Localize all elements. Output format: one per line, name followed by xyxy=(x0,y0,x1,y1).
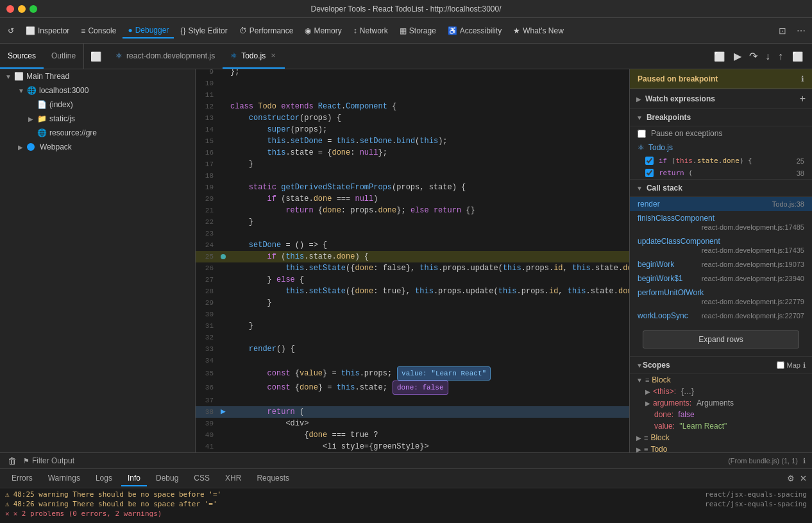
code-line-33: 33 render() { xyxy=(196,343,629,355)
scope-block-1[interactable]: ▶ ≡ Block xyxy=(630,432,812,443)
tree-resource[interactable]: ▶ 🌐 resource://gre xyxy=(0,126,195,140)
scope-done: done: false xyxy=(630,409,812,420)
step-out-btn[interactable]: ↑ xyxy=(775,49,786,64)
code-line-18: 18 xyxy=(196,170,629,182)
toolbar-btn-inspector[interactable]: ⬜ Inspector xyxy=(21,24,74,38)
scope-args-key: arguments: xyxy=(653,399,691,407)
pause-exceptions-checkbox[interactable] xyxy=(638,130,646,138)
tree-main-thread[interactable]: ▼ ⬜ Main Thread xyxy=(0,69,195,83)
code-line-22: 22 } xyxy=(196,216,629,228)
pretty-print-btn[interactable]: ⬜ xyxy=(710,49,729,64)
cs-frame-6[interactable]: workLoopSync react-dom.development.js:22… xyxy=(630,309,812,323)
pause-on-exceptions[interactable]: Pause on exceptions xyxy=(630,126,812,141)
toolbar-btn-performance[interactable]: ⏱ Performance xyxy=(234,24,299,38)
tab-todo[interactable]: ⚛ Todo.js ✕ xyxy=(223,44,285,69)
tree-localhost[interactable]: ▼ 🌐 localhost:3000 xyxy=(0,83,195,98)
code-line-27: 27 } else { xyxy=(196,274,629,286)
blackbox-btn[interactable]: ⬜ xyxy=(788,49,807,64)
collapse-sources-btn[interactable]: ⬜ xyxy=(87,44,105,69)
bp-file: ⚛ Todo.js xyxy=(630,141,812,155)
expand-rows-button[interactable]: Expand rows xyxy=(643,330,799,348)
bp-item-1[interactable]: return ( 38 xyxy=(630,167,812,179)
cs-frame-2[interactable]: updateClassComponent react-dom.developme… xyxy=(630,234,812,257)
console-tab-info[interactable]: Info xyxy=(121,471,147,486)
tab-sources[interactable]: Sources xyxy=(0,44,44,69)
tree-webpack[interactable]: ▶ Webpack xyxy=(0,140,195,154)
toolbar-btn-debugger[interactable]: ● Debugger xyxy=(123,23,174,39)
scope-arguments[interactable]: ▶ arguments: Arguments xyxy=(630,397,812,409)
watch-expressions-header[interactable]: ▶ Watch expressions + xyxy=(630,89,812,109)
tree-static-js[interactable]: ▶ 📁 static/js xyxy=(0,112,195,126)
toolbar-btn-storage[interactable]: ▦ Storage xyxy=(394,24,441,38)
console-tab-warnings[interactable]: Warnings xyxy=(42,471,87,486)
toolbar-btn-console[interactable]: ≡ Console xyxy=(76,24,121,38)
console-tab-errors[interactable]: Errors xyxy=(5,471,39,486)
code-content-38: return ( xyxy=(228,406,304,418)
toolbar-btn-accessibility[interactable]: ♿ Accessibility xyxy=(443,24,507,38)
tab-react-dom[interactable]: ⚛ react-dom.development.js xyxy=(108,44,223,69)
clear-console-btn[interactable]: 🗑 xyxy=(6,454,18,467)
bp-item-0[interactable]: if (this.state.done) { 25 xyxy=(630,155,812,167)
bp-1-checkbox[interactable] xyxy=(645,169,654,177)
maximize-button[interactable] xyxy=(30,5,37,13)
toolbar-btn-style-editor[interactable]: {} Style Editor xyxy=(175,24,232,38)
network-icon: ↕ xyxy=(353,26,357,35)
line-number-32: 32 xyxy=(196,332,219,343)
close-button[interactable] xyxy=(6,5,14,13)
bp-0-checkbox[interactable] xyxy=(645,157,654,165)
code-line-14: 14 super(props); xyxy=(196,124,629,135)
console-tab-requests[interactable]: Requests xyxy=(250,471,296,486)
step-in-btn[interactable]: ↓ xyxy=(763,49,773,64)
close-tab-icon[interactable]: ✕ xyxy=(269,52,277,59)
breakpoints-header[interactable]: ▼ Breakpoints xyxy=(630,109,812,126)
tree-index[interactable]: ▶ 📄 (index) xyxy=(0,98,195,112)
cs-frame-4[interactable]: beginWork$1 react-dom.development.js:239… xyxy=(630,271,812,286)
callstack-header[interactable]: ▼ Call stack xyxy=(630,180,812,197)
code-content-24: setDone = () => { xyxy=(228,239,327,251)
console-tab-css[interactable]: CSS xyxy=(187,471,216,486)
whats-new-label: What's New xyxy=(523,26,564,35)
bp-1-line: 38 xyxy=(797,169,804,177)
info-icon[interactable]: ℹ xyxy=(801,74,804,83)
console-summary-text: ✕ 2 problems (0 errors, 2 warnings) xyxy=(13,510,162,518)
toolbar-btn-whats-new[interactable]: ★ What's New xyxy=(508,24,569,38)
scope-this[interactable]: ▶ <this>: {…} xyxy=(630,386,812,397)
map-info-icon[interactable]: ℹ xyxy=(803,361,806,370)
map-checkbox[interactable] xyxy=(777,361,784,369)
toolbar-btn-memory[interactable]: ◉ Memory xyxy=(300,24,346,38)
console-file-1: react/jsx-equals-spacing xyxy=(705,500,807,508)
scope-block-0[interactable]: ▼ ≡ Block xyxy=(630,374,812,386)
toolbar-btn-network[interactable]: ↕ Network xyxy=(348,24,393,38)
console-icon: ≡ xyxy=(81,26,85,35)
line-number-39: 39 xyxy=(196,418,219,429)
console-close-btn[interactable]: ✕ xyxy=(800,474,807,483)
console-tab-logs[interactable]: Logs xyxy=(89,471,119,486)
cs-frame-0[interactable]: render Todo.js:38 xyxy=(630,197,812,211)
cs-frame-1[interactable]: finishClassComponent react-dom.developme… xyxy=(630,211,812,234)
breakpoint-indicator-25[interactable] xyxy=(219,254,228,259)
console-tab-debug[interactable]: Debug xyxy=(149,471,185,486)
toolbar-actions: ⊡ ⋯ xyxy=(775,23,809,39)
resume-btn[interactable]: ▶ xyxy=(731,49,744,64)
more-button[interactable]: ⋯ xyxy=(793,23,809,39)
cs-frame-3[interactable]: beginWork react-dom.development.js:19073 xyxy=(630,257,812,271)
toolbar-btn-reload[interactable]: ↺ xyxy=(3,24,19,38)
status-info-icon[interactable]: ℹ xyxy=(803,457,806,465)
dock-button[interactable]: ⊡ xyxy=(775,23,790,39)
console-tab-xhr[interactable]: XHR xyxy=(219,471,248,486)
tree-arrow-main: ▼ xyxy=(5,73,12,80)
add-watch-icon[interactable]: + xyxy=(800,93,806,105)
console-settings-btn[interactable]: ⚙ xyxy=(787,474,795,483)
step-over-btn[interactable]: ↷ xyxy=(747,49,760,64)
tab-outline[interactable]: Outline xyxy=(44,44,83,69)
cs-name-3: beginWork xyxy=(638,260,674,269)
cs-name-5: performUnitOfWork xyxy=(638,288,704,297)
requests-label: Requests xyxy=(257,474,289,483)
cs-frame-5[interactable]: performUnitOfWork react-dom.development.… xyxy=(630,286,812,309)
code-editor: 1import React from 'react';23const green… xyxy=(196,69,629,452)
code-content-22: } xyxy=(228,216,253,228)
scope-todo[interactable]: ▶ ≡ Todo xyxy=(630,443,812,452)
code-content-35: const {value} = this.props;value: "Learn… xyxy=(228,366,491,381)
breakpoint-indicator-38[interactable]: ▶ xyxy=(219,406,228,418)
minimize-button[interactable] xyxy=(18,5,26,13)
